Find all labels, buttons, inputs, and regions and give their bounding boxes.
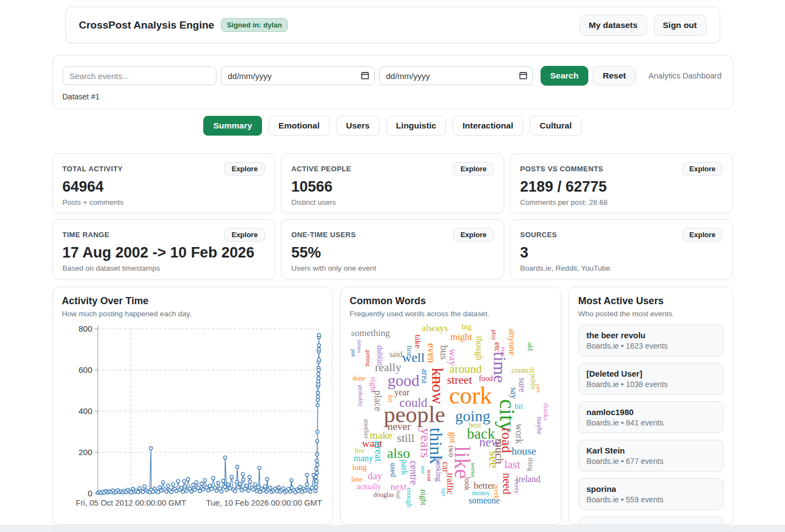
tab-summary[interactable]: Summary [203,116,262,136]
stat-value: 10566 [291,178,494,195]
cloud-word: better [474,481,495,490]
chart-point [182,480,186,483]
chart-point [208,484,211,488]
cloud-word: long [352,463,367,472]
chart-point [315,472,318,475]
cloud-word: probably [357,385,363,406]
cloud-word: time [491,352,509,383]
explore-button[interactable]: Explore [224,228,265,242]
chart-point [315,439,319,443]
explore-button[interactable]: Explore [224,162,265,176]
tab-linguistic[interactable]: Linguistic [386,116,446,136]
tab-cultural[interactable]: Cultural [530,116,582,136]
user-meta: Boards.ie • 1038 events [587,380,715,389]
sign-out-button[interactable]: Sign out [654,15,706,36]
chart-point [176,480,180,483]
reset-button[interactable]: Reset [593,66,636,86]
chart-point [240,489,243,492]
stat-label: POSTS VS COMMENTS [520,162,603,173]
word-cloud: somethingalwaysbigmightplayetcanyonenice… [350,321,550,514]
x-tick-label: Fri, 05 Oct 2012 00:00:00 GMT [76,499,186,507]
chart-point [158,486,161,489]
chart-point [129,491,132,494]
chart-point [297,490,300,493]
chart-point [201,488,204,491]
chart-point [316,395,319,399]
active-users-title: Most Active Users [578,295,723,307]
activity-subtitle: How much posting happened each day. [62,310,323,318]
chart-point [241,472,244,475]
user-list-item: namloc1980 Boards.ie • 841 events [578,401,723,433]
common-words-panel: Common Words Frequently used words acros… [340,287,561,525]
chart-point [216,481,220,485]
chart-point [136,490,140,494]
cloud-word: bit [515,403,523,411]
explore-button[interactable]: Explore [453,228,494,242]
chart-point [263,485,266,488]
chart-point [181,490,185,494]
app-title: CrossPost Analysis Engine [79,19,214,31]
cloud-word: many [354,454,374,463]
user-meta: Boards.ie • 1623 events [587,341,715,350]
dataset-label: Dataset #1 [63,92,723,101]
chart-point [193,488,196,491]
user-name: sporina [587,484,715,494]
cloud-word: bad [396,491,401,499]
analysis-tabs: Summary Emotional Users Linguistic Inter… [52,116,733,136]
chart-point [315,430,319,434]
date-to-input[interactable] [379,66,533,85]
chart-point [314,486,318,489]
stat-value: 55% [291,244,494,261]
chart-point [141,490,144,494]
tab-users[interactable]: Users [336,116,380,136]
chart-point [225,488,228,491]
chart-point [289,479,293,482]
cloud-word: park [400,460,409,475]
stat-label: TIME RANGE [63,228,110,239]
explore-button[interactable]: Explore [682,228,723,242]
cloud-word: always [422,323,448,333]
cloud-word: take [413,335,421,349]
date-from-input[interactable] [221,66,375,85]
cloud-word: lot [387,395,394,402]
chart-point [310,486,313,490]
cloud-word: great [373,441,383,462]
stat-label: TOTAL ACTIVITY [63,162,123,173]
tab-emotional[interactable]: Emotional [269,116,330,136]
stat-value: 2189 / 62775 [520,178,723,195]
tab-interactional[interactable]: Interactional [453,116,523,136]
chart-point [317,344,320,347]
explore-button[interactable]: Explore [453,162,494,176]
x-tick-label: Tue, 10 Feb 2026 00:00:00 GMT [206,499,322,507]
chart-point [166,484,169,488]
activity-chart-svg: 0200400600800Fri, 05 Oct 2012 00:00:00 G… [62,322,323,512]
chart-point [236,486,240,489]
active-users-panel: Most Active Users Who posted the most ev… [569,287,733,525]
cloud-word: got [448,432,457,443]
chart-point [185,489,188,492]
active-users-subtitle: Who posted the most events. [578,310,723,318]
cloud-word: play [491,330,497,340]
chart-point [252,488,255,491]
chart-point [245,484,248,488]
stat-value: 17 Aug 2002 -> 10 Feb 2026 [63,244,265,261]
chart-point [247,489,250,492]
chart-point [282,487,285,490]
cloud-word: might [450,332,472,341]
chart-point [288,490,292,493]
stat-sub: Comments per post: 28.68 [520,198,723,206]
active-users-list[interactable]: the beer revolu Boards.ie • 1623 events … [578,324,723,525]
chart-point [253,483,257,486]
explore-button[interactable]: Explore [682,162,723,176]
y-tick-label: 400 [78,406,92,416]
cloud-word: old [527,342,533,350]
my-datasets-button[interactable]: My datasets [580,15,647,36]
chart-point [194,480,198,484]
search-input[interactable] [63,66,216,85]
chart-point [317,333,320,337]
stat-sub: Posts + comments [63,198,265,206]
chart-point [191,483,194,486]
y-tick-label: 600 [78,365,92,374]
search-button[interactable]: Search [541,66,589,86]
chart-point [220,490,223,493]
